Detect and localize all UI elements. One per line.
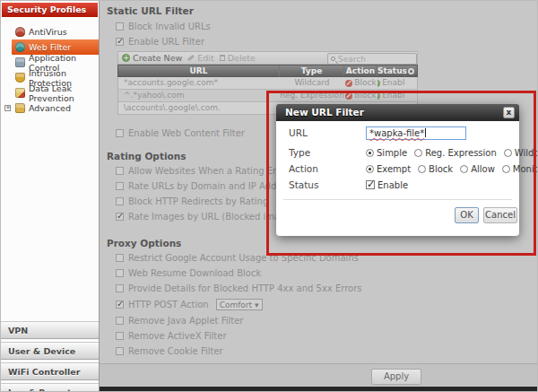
checkbox[interactable] bbox=[116, 284, 124, 292]
radio-icon[interactable] bbox=[418, 165, 426, 173]
sidebar-item-advanced[interactable]: + Advanced bbox=[1, 100, 99, 116]
checkbox-label: Provide Details for Blocked HTTP 4xx and… bbox=[128, 283, 361, 293]
block-icon bbox=[345, 80, 352, 87]
checkbox[interactable] bbox=[116, 182, 124, 190]
security-profiles-header[interactable]: Security Profiles bbox=[2, 3, 98, 17]
checkbox-remove-activex[interactable]: Remove ActiveX Filter bbox=[116, 331, 227, 341]
web-filter-settings-screen: Security Profiles AntiVirus Web Filter A… bbox=[0, 0, 538, 392]
column-header-action[interactable]: Action bbox=[344, 65, 377, 76]
checkbox-provide-details-blocked-http[interactable]: Provide Details for Blocked HTTP 4xx and… bbox=[116, 283, 361, 293]
create-new-button[interactable]: + Create New bbox=[122, 53, 182, 63]
radio-label: Wildcard bbox=[515, 148, 538, 158]
column-header-status[interactable]: Status bbox=[377, 65, 405, 76]
radio-type-reg-expression[interactable]: Reg. Expression bbox=[414, 148, 497, 158]
expand-plus-icon[interactable]: + bbox=[4, 105, 11, 111]
checkbox-restrict-google-account[interactable]: Restrict Google Account Usage to Specifi… bbox=[116, 253, 359, 263]
footer-bar: Apply bbox=[100, 363, 538, 387]
checkbox-status-enable[interactable]: Enable bbox=[366, 180, 408, 190]
checkbox[interactable] bbox=[116, 38, 124, 46]
radio-icon[interactable] bbox=[366, 149, 374, 157]
checkbox[interactable] bbox=[116, 167, 124, 175]
action-field-label: Action bbox=[289, 163, 366, 174]
checkbox-web-resume-download-block[interactable]: Web Resume Download Block bbox=[116, 268, 261, 278]
url-cell: ^.*yahoo\.com bbox=[118, 90, 280, 101]
section-title-rating-options: Rating Options bbox=[107, 151, 186, 161]
table-row[interactable]: ^.*yahoo\.com Reg. Expression Block ✓Ena… bbox=[117, 90, 418, 102]
radio-icon[interactable] bbox=[366, 165, 374, 173]
dialog-type-row: Type Simple Reg. Expression Wildcard bbox=[289, 145, 510, 160]
checkbox[interactable] bbox=[116, 317, 124, 325]
checkbox-label: Enable URL Filter bbox=[128, 37, 204, 47]
checkbox-label: Remove ActiveX Filter bbox=[128, 331, 227, 341]
checkbox[interactable] bbox=[116, 347, 124, 355]
checkbox-remove-java-applet[interactable]: Remove Java Applet Filter bbox=[116, 316, 243, 326]
checkbox-label: Remove Java Applet Filter bbox=[128, 316, 243, 326]
table-search-box[interactable] bbox=[327, 53, 417, 65]
accordion-log-report[interactable]: Log & Report bbox=[1, 383, 99, 392]
edit-button[interactable]: Edit bbox=[187, 53, 213, 63]
checkbox-remove-cookie[interactable]: Remove Cookie Filter bbox=[116, 346, 223, 356]
url-input[interactable]: *wapka-file* bbox=[366, 126, 466, 140]
close-icon[interactable]: x bbox=[503, 107, 515, 118]
radio-action-block[interactable]: Block bbox=[418, 164, 453, 174]
column-settings-cell[interactable] bbox=[405, 65, 417, 76]
checkbox-icon[interactable] bbox=[366, 180, 375, 189]
radio-action-monitor[interactable]: Monitor bbox=[502, 164, 538, 174]
ok-button[interactable]: OK bbox=[455, 207, 479, 223]
radio-icon[interactable] bbox=[504, 149, 512, 157]
status-cell: ✓Enable bbox=[377, 77, 405, 89]
http-post-action-select[interactable]: Comfort ▾ bbox=[216, 299, 263, 310]
checkbox-enable-web-content-filter[interactable]: Enable Web Content Filter bbox=[116, 128, 245, 138]
checkbox-http-post-action[interactable]: HTTP POST Action Comfort ▾ bbox=[116, 299, 263, 310]
radio-type-wildcard[interactable]: Wildcard bbox=[504, 148, 538, 158]
accordion-vpn[interactable]: VPN bbox=[1, 321, 99, 339]
checkbox[interactable] bbox=[116, 213, 124, 221]
checkbox[interactable] bbox=[116, 332, 124, 340]
delete-button[interactable]: Delete bbox=[220, 53, 256, 63]
checkbox[interactable] bbox=[116, 269, 124, 277]
edit-label: Edit bbox=[197, 53, 213, 63]
radio-action-allow[interactable]: Allow bbox=[460, 164, 495, 174]
cancel-button[interactable]: Cancel bbox=[483, 207, 517, 223]
checkbox[interactable] bbox=[116, 301, 124, 309]
checkbox[interactable] bbox=[116, 22, 124, 30]
plus-icon: + bbox=[122, 54, 130, 62]
radio-type-simple[interactable]: Simple bbox=[366, 148, 407, 158]
sidebar-item-data-leak-prevention[interactable]: Data Leak Prevention bbox=[1, 85, 99, 100]
action-cell: Block bbox=[344, 90, 377, 101]
checkbox-block-http-redirects[interactable]: Block HTTP Redirects by Rating bbox=[116, 196, 268, 206]
checkbox-rate-urls-domain-ip[interactable]: Rate URLs by Domain and IP Address bbox=[116, 181, 295, 191]
type-field-label: Type bbox=[289, 147, 366, 158]
table-row[interactable]: *accounts.google.com* Wildcard Block ✓En… bbox=[117, 77, 418, 90]
search-input[interactable] bbox=[338, 55, 410, 64]
advanced-icon bbox=[15, 103, 25, 113]
column-header-url[interactable]: URL bbox=[118, 65, 280, 76]
accordion-user-device[interactable]: User & Device bbox=[1, 342, 99, 360]
gear-icon bbox=[408, 68, 414, 74]
checkbox-block-invalid-urls[interactable]: Block Invalid URLs bbox=[116, 22, 211, 31]
section-title-proxy-options: Proxy Options bbox=[107, 238, 181, 248]
enable-check-icon: ✓ bbox=[377, 80, 380, 87]
type-cell: Wildcard bbox=[280, 77, 344, 89]
checkbox[interactable] bbox=[116, 197, 124, 205]
antivirus-icon bbox=[15, 27, 25, 37]
apply-button[interactable]: Apply bbox=[371, 369, 421, 385]
dialog-url-row: URL *wapka-file* bbox=[289, 126, 510, 140]
checkbox[interactable] bbox=[116, 254, 124, 262]
sidebar-item-antivirus[interactable]: AntiVirus bbox=[1, 24, 99, 39]
accordion-wifi-controller[interactable]: WiFi Controller bbox=[1, 362, 99, 380]
radio-icon[interactable] bbox=[502, 165, 510, 173]
delete-label: Delete bbox=[228, 53, 256, 63]
status-field-label: Status bbox=[289, 179, 366, 190]
radio-icon[interactable] bbox=[460, 165, 468, 173]
new-url-filter-dialog: New URL Filter x URL *wapka-file* Type S… bbox=[276, 104, 519, 236]
radio-action-exempt[interactable]: Exempt bbox=[366, 164, 411, 174]
radio-label: Simple bbox=[377, 148, 407, 158]
checkbox-enable-url-filter[interactable]: Enable URL Filter bbox=[116, 37, 204, 47]
checkbox[interactable] bbox=[116, 129, 124, 137]
section-title-static-url-filter: Static URL Filter bbox=[107, 5, 194, 16]
radio-icon[interactable] bbox=[414, 149, 422, 157]
dialog-divider bbox=[283, 199, 512, 200]
pencil-icon bbox=[187, 55, 195, 61]
column-header-type[interactable]: Type bbox=[280, 65, 344, 76]
